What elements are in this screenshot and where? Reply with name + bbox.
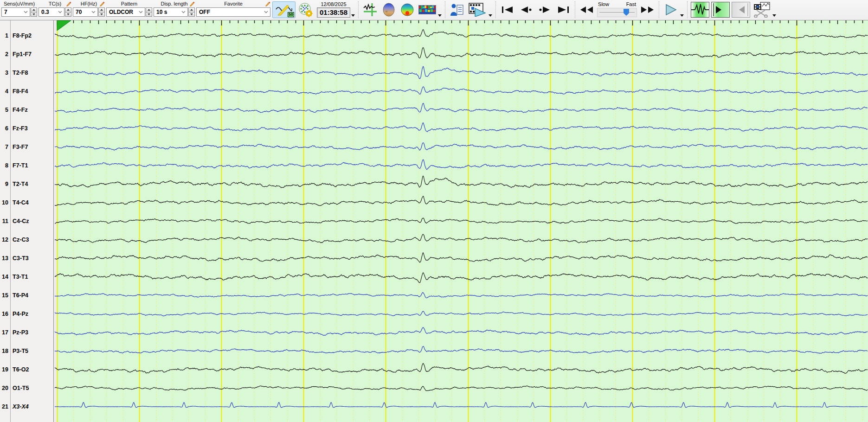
patient-info-button[interactable] — [448, 2, 466, 18]
topographic-map-icon — [400, 2, 415, 17]
pencil-icon — [189, 1, 195, 8]
head-3d-map-button[interactable] — [380, 2, 398, 18]
channel-row[interactable]: 17Pz-P3 — [0, 328, 28, 337]
date-display: 12/08/2025 — [321, 1, 346, 7]
pattern-combo[interactable]: OLDCOR — [106, 7, 145, 17]
channel-row[interactable]: 8F7-T1 — [0, 161, 28, 170]
arrow-down-icon — [100, 13, 103, 15]
arrow-down-icon — [148, 13, 150, 15]
channel-number: 3 — [0, 70, 8, 76]
channel-number: 1 — [0, 32, 8, 39]
channel-row[interactable]: 19T6-O2 — [0, 365, 29, 374]
eeg-trace-canvas[interactable] — [54, 20, 868, 422]
favorite-value: OFF — [199, 9, 264, 15]
pattern-group: Pattern OLDCOR — [106, 0, 152, 17]
go-to-end-button[interactable] — [554, 2, 572, 18]
arrow-up-icon — [148, 9, 150, 11]
tc-combo[interactable]: 0.3 — [39, 7, 64, 17]
channel-row[interactable]: 21X3-X4 — [0, 402, 29, 411]
channel-row[interactable]: 5F4-Fz — [0, 105, 28, 115]
chevron-down-icon — [181, 11, 186, 13]
speed-slider-track[interactable] — [597, 8, 637, 17]
speed-slider-handle[interactable] — [624, 9, 629, 16]
datetime-dropdown-icon[interactable] — [351, 14, 355, 17]
toolbar-separator — [495, 1, 496, 18]
channel-row[interactable]: 2Fp1-F7 — [0, 50, 32, 59]
channel-row[interactable]: 15T6-P4 — [0, 291, 28, 300]
time-display[interactable]: 01:38:58 — [317, 7, 350, 18]
channel-row[interactable]: 9T2-T4 — [0, 179, 28, 189]
channel-row[interactable]: 11C4-Cz — [0, 217, 29, 226]
dsa-spectrogram-button[interactable] — [417, 2, 437, 18]
channel-row[interactable]: 3T2-F8 — [0, 68, 28, 77]
play-button[interactable] — [662, 2, 680, 18]
channel-row[interactable]: 18P3-T5 — [0, 346, 28, 356]
channel-number: 16 — [0, 311, 8, 317]
video-playback-button[interactable] — [467, 2, 488, 18]
channel-row[interactable]: 14T3-T1 — [0, 272, 28, 281]
waveform-green-icon — [691, 2, 709, 17]
channel-label: C3-T3 — [13, 255, 29, 262]
channel-label: Pz-P3 — [13, 329, 28, 336]
channel-number: 20 — [0, 385, 8, 391]
favorite-combo[interactable]: OFF — [196, 7, 270, 17]
play-icon — [664, 3, 677, 16]
hf-spin-down[interactable] — [98, 12, 105, 17]
step-back-button[interactable] — [517, 2, 535, 18]
channel-row[interactable]: 12Cz-C3 — [0, 235, 29, 244]
pattern-value: OLDCOR — [109, 9, 139, 15]
channel-number: 13 — [0, 255, 8, 262]
toolbar-separator — [575, 1, 575, 18]
step-forward-button[interactable] — [536, 2, 553, 18]
channel-row[interactable]: 1F8-Fp2 — [0, 31, 32, 40]
channel-row[interactable]: 6Fz-F3 — [0, 124, 28, 133]
channel-row[interactable]: 13C3-T3 — [0, 254, 29, 263]
disp-length-spin-down[interactable] — [188, 12, 195, 17]
hf-label: HF(Hz) — [81, 1, 97, 6]
arrow-up-icon — [190, 9, 193, 11]
video-dropdown-icon[interactable] — [489, 14, 492, 17]
maps-dropdown-icon[interactable] — [438, 14, 442, 17]
play-from-here-button[interactable] — [711, 2, 730, 18]
play-dropdown-icon[interactable] — [680, 14, 684, 17]
channel-row[interactable]: 4F8-F4 — [0, 87, 28, 96]
sens-label: Sens(uV/mm) — [4, 1, 35, 6]
pencil-icon — [265, 1, 270, 8]
sens-spin-down[interactable] — [31, 12, 37, 17]
channel-number: 21 — [0, 403, 8, 410]
trace-view-button[interactable] — [361, 2, 379, 18]
film-scissors-icon — [753, 2, 771, 18]
channel-number: 5 — [0, 107, 8, 113]
arrow-up-icon — [32, 9, 35, 11]
spectrogram-icon — [418, 5, 436, 14]
channel-label: T4-C4 — [13, 199, 29, 206]
pencil-icon — [99, 1, 105, 8]
tc-spin-down[interactable] — [65, 12, 71, 17]
montage-settings-button[interactable] — [297, 2, 315, 18]
channel-row[interactable]: 7F3-F7 — [0, 142, 28, 152]
channel-row[interactable]: 20O1-T5 — [0, 384, 29, 393]
review-mode-button[interactable] — [691, 2, 709, 18]
step-forward-icon — [539, 6, 551, 13]
video-clip-button[interactable] — [752, 2, 772, 18]
go-to-start-button[interactable] — [499, 2, 516, 18]
hf-combo[interactable]: 70 — [73, 7, 98, 17]
faster-button[interactable] — [638, 2, 656, 18]
slower-button[interactable] — [578, 2, 596, 18]
clip-dropdown-icon[interactable] — [772, 14, 776, 17]
sens-combo[interactable]: 7 — [1, 7, 30, 17]
channel-label: T2-F8 — [13, 70, 28, 76]
chevron-down-icon — [264, 11, 268, 13]
disp-length-combo[interactable]: 10 s — [154, 7, 188, 17]
notch-filter-button[interactable]: 50 — [272, 1, 296, 18]
topo-map-button[interactable] — [399, 2, 416, 18]
channel-number: 18 — [0, 348, 8, 354]
channel-row[interactable]: 16P4-Pz — [0, 309, 28, 319]
toolbar-separator — [659, 1, 659, 18]
channel-row[interactable]: 10T4-C4 — [0, 198, 29, 207]
pattern-label: Pattern — [121, 1, 137, 6]
trace-area — [54, 20, 868, 422]
tc-value: 0.3 — [41, 9, 58, 15]
pattern-spin-down[interactable] — [146, 12, 152, 17]
play-backward-button-disabled — [732, 2, 750, 18]
